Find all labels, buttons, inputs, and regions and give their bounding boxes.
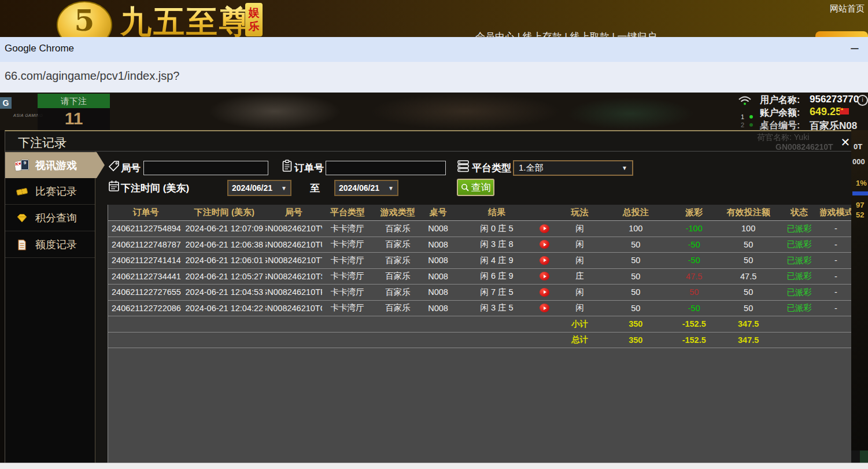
bet-records-dialog: 下注记录 荷官名称: Yuki GN008246210T ✕ K♥9 视讯游戏 …: [5, 130, 851, 463]
order-no-input[interactable]: [326, 161, 446, 175]
cell-table_no: N008: [423, 269, 454, 285]
background-block: [851, 450, 860, 463]
chevron-down-icon: ▼: [388, 185, 394, 191]
cell-mode: -: [820, 269, 851, 285]
cell-order_no: 240621122722086: [108, 301, 183, 316]
table-body: 2406211227548942024-06-21 12:07:09GN0082…: [108, 221, 851, 348]
background-fragment: 97: [856, 201, 864, 209]
logo-number: 5: [75, 3, 95, 37]
cell-game_no: GN008246210TT: [265, 253, 322, 268]
cell-valid_bet: 50: [718, 237, 778, 253]
currency-flag-icon: ★: [840, 108, 849, 115]
cell-platform: 卡卡湾厅: [322, 221, 373, 237]
cell-total_bet: 50: [601, 269, 670, 285]
cell-platform: 卡卡湾厅: [322, 285, 373, 300]
cell-mode: -: [820, 253, 851, 268]
banner-action-button[interactable]: [815, 31, 868, 37]
replay-button[interactable]: [540, 240, 549, 249]
cell-status: 已派彩: [778, 253, 820, 268]
search-button[interactable]: 查询: [457, 179, 494, 196]
cell-bet_side: 庄: [557, 269, 601, 285]
close-icon[interactable]: ✕: [838, 135, 851, 150]
date-range-to-label: 至: [310, 182, 320, 195]
sidebar-item-quota-records[interactable]: 额度记录: [5, 232, 95, 258]
chevron-down-icon: ▼: [622, 165, 627, 171]
cell-table_no: N008: [423, 237, 454, 253]
sum-cell: [265, 333, 322, 348]
cell-bet_side: 闲: [557, 253, 601, 268]
date-to-select[interactable]: 2024/06/21 ▼: [334, 180, 398, 196]
sum-cell: 小计: [557, 316, 601, 332]
sum-cell: 347.5: [718, 316, 778, 332]
ghost-game-text: GN008246210T: [775, 142, 833, 152]
cell-platform: 卡卡湾厅: [322, 253, 373, 268]
clipboard-icon: [282, 160, 293, 172]
sidebar-item-label: 比赛记录: [35, 184, 77, 198]
cell-payout: -50: [670, 301, 718, 316]
replay-button[interactable]: [540, 304, 549, 312]
banner-nav-links[interactable]: 会员中心 | 线上存款 | 线上取款 | 一键归户: [475, 30, 657, 37]
cell-game_type: 百家乐: [373, 269, 423, 285]
table-row: 2406211227548942024-06-21 12:07:09GN0082…: [108, 221, 851, 237]
sum-cell: 347.5: [718, 333, 778, 348]
cell-bet_side: 闲: [557, 301, 601, 316]
column-header: 局号: [265, 205, 322, 220]
sum-cell: [183, 333, 265, 348]
background-fragment: 000: [852, 157, 865, 166]
site-brand-title: 九五至尊: [120, 1, 252, 37]
column-header: 结果: [454, 205, 558, 220]
info-icon[interactable]: i: [857, 95, 868, 106]
address-bar[interactable]: 66.com/agingame/pcv1/index.jsp?: [0, 62, 868, 94]
sum-cell: 350: [601, 333, 670, 348]
sidebar-item-match-records[interactable]: 比赛记录: [5, 179, 95, 205]
background-block: [860, 450, 868, 463]
replay-button[interactable]: [540, 224, 549, 233]
cell-game_type: 百家乐: [373, 221, 423, 237]
cell-platform: 卡卡湾厅: [322, 237, 373, 253]
cell-bet_time: 2024-06-21 12:04:53: [183, 285, 265, 300]
column-header: 状态: [778, 205, 820, 220]
cell-result: 闲 0 庄 5: [454, 221, 558, 237]
sidebar-item-label: 视讯游戏: [35, 158, 77, 172]
bottom-strip: [0, 463, 868, 469]
sum-cell: [820, 333, 851, 348]
column-header: 游戏类型: [373, 205, 423, 220]
sidebar-item-video-games[interactable]: K♥9 视讯游戏: [5, 152, 105, 178]
table-row: 2406211227414142024-06-21 12:06:01GN0082…: [108, 253, 851, 269]
platform-type-select[interactable]: 1.全部 ▼: [513, 160, 633, 176]
document-icon: [14, 239, 29, 250]
column-header: 平台类型: [322, 205, 373, 220]
replay-button[interactable]: [540, 272, 549, 280]
stream-highlight: [208, 93, 341, 130]
cell-platform: 卡卡湾厅: [322, 301, 373, 316]
column-header: 派彩: [670, 205, 718, 220]
cell-status: 已派彩: [778, 301, 820, 316]
cell-bet_side: 闲: [557, 221, 601, 237]
bet-countdown-panel: 请下注 11: [38, 94, 110, 130]
sidebar-item-points-inquiry[interactable]: 积分查询: [5, 205, 95, 231]
cell-result: 闲 4 庄 9: [454, 253, 558, 268]
cell-game_type: 百家乐: [373, 301, 423, 316]
date-from-select[interactable]: 2024/06/21 ▼: [227, 180, 291, 196]
table-row: 2406211227276552024-06-21 12:04:53GN0082…: [108, 285, 851, 301]
cell-total_bet: 100: [601, 221, 670, 237]
cell-order_no: 240621122741414: [108, 253, 183, 268]
url-text[interactable]: 66.com/agingame/pcv1/index.jsp?: [5, 69, 179, 83]
sum-cell: [423, 333, 454, 348]
sidebar-item-label: 额度记录: [35, 238, 77, 252]
replay-button[interactable]: [540, 288, 549, 297]
sum-cell: -152.5: [670, 333, 718, 348]
cell-result: 闲 6 庄 9: [454, 269, 558, 285]
stream-table-glow: [567, 97, 694, 130]
minimize-button[interactable]: –: [847, 40, 863, 57]
sum-cell: [778, 333, 820, 348]
home-link[interactable]: 网站首页: [830, 3, 865, 14]
title-divider: [5, 151, 851, 152]
column-header: 玩法: [557, 205, 601, 220]
tag-icon: [108, 160, 120, 172]
column-header: 桌号: [423, 205, 454, 220]
game-no-input[interactable]: [143, 161, 268, 175]
flag-star: ★: [840, 107, 844, 112]
bet-prompt: 请下注: [38, 94, 110, 108]
replay-button[interactable]: [540, 256, 549, 265]
